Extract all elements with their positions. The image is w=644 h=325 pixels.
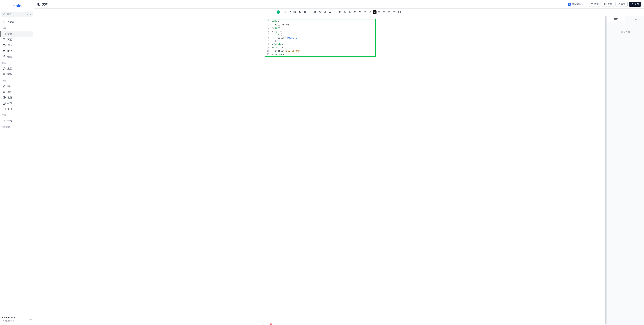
nav-label: 文章 xyxy=(8,32,12,35)
search-box[interactable]: 搜索 ⌘+K xyxy=(1,11,33,17)
svg-point-26 xyxy=(31,319,32,320)
user-icon xyxy=(3,90,6,93)
nav-label: 设置 xyxy=(8,96,12,99)
sidebar-item-posts[interactable]: 文章 xyxy=(1,31,33,37)
post-icon xyxy=(37,2,40,6)
editor-label: 默认编辑器 xyxy=(572,3,582,6)
nav-label: 备份 xyxy=(8,108,12,111)
svg-point-30 xyxy=(618,4,619,4)
code-gutter: 1234567891011 xyxy=(265,19,270,56)
svg-point-70 xyxy=(264,324,264,324)
redo-button[interactable] xyxy=(288,10,292,14)
eye-icon xyxy=(591,3,593,5)
svg-point-68 xyxy=(263,324,263,325)
sidebar-item-comments[interactable]: 评论 xyxy=(1,42,33,48)
link-icon xyxy=(3,55,6,58)
publish-button[interactable]: 发布 xyxy=(629,2,641,7)
sidebar-item-menus[interactable]: 菜单 xyxy=(1,71,33,77)
sidebar-item-backup[interactable]: 备份 xyxy=(1,106,33,112)
user-name: Administrator xyxy=(2,316,16,319)
settings-button[interactable]: 设置 xyxy=(616,2,628,7)
nav-label: 页面 xyxy=(8,38,12,41)
svg-point-17 xyxy=(4,97,5,98)
bullet-list-button[interactable] xyxy=(353,10,358,14)
undo-button[interactable] xyxy=(282,10,287,14)
svg-rect-19 xyxy=(3,108,5,110)
search-icon xyxy=(3,13,6,16)
delete-block-button[interactable] xyxy=(268,322,273,325)
text-color-button[interactable]: A xyxy=(328,10,332,14)
svg-point-21 xyxy=(4,121,5,121)
search-placeholder: 搜索 xyxy=(7,13,26,16)
svg-point-16 xyxy=(4,91,5,92)
sidebar-item-migrate[interactable]: 迁移 xyxy=(1,118,33,124)
svg-point-29 xyxy=(592,4,592,4)
plugin-icon xyxy=(3,85,6,88)
editor-selector[interactable]: H 默认编辑器 xyxy=(566,2,587,6)
nav-section-content: 内容 xyxy=(1,26,33,31)
nav-label: 插件 xyxy=(8,85,12,88)
send-icon xyxy=(631,3,634,5)
sidebar-item-plugins[interactable]: 插件 xyxy=(1,83,33,89)
preview-button[interactable]: 预览 xyxy=(589,2,601,7)
chevron-down-icon xyxy=(584,3,586,5)
align-left-button[interactable] xyxy=(377,10,382,14)
nav-label: 链接 xyxy=(8,55,12,58)
italic-button[interactable]: I xyxy=(308,10,312,14)
main: 文章 H 默认编辑器 预览 保存 设置 xyxy=(34,0,644,325)
btn-label: 预览 xyxy=(594,3,598,6)
search-shortcut: ⌘+K xyxy=(26,13,31,15)
align-justify-button[interactable] xyxy=(392,10,397,14)
tab-outline[interactable]: 大纲 xyxy=(606,16,626,22)
page-icon xyxy=(3,38,6,41)
code-block-button[interactable] xyxy=(373,10,376,14)
svg-point-39 xyxy=(354,11,354,11)
code-block[interactable]: 1234567891011 <div> Halo world</div><sty… xyxy=(265,19,376,57)
sidebar-item-themes[interactable]: 主题 xyxy=(1,66,33,71)
sidebar-item-settings[interactable]: 设置 xyxy=(1,95,33,100)
svg-rect-8 xyxy=(3,44,5,46)
sidebar-item-pages[interactable]: 页面 xyxy=(1,37,33,42)
ordered-list-button[interactable] xyxy=(358,10,362,14)
task-list-button[interactable] xyxy=(363,10,368,14)
code-button[interactable] xyxy=(338,10,342,14)
scrollbar[interactable] xyxy=(605,16,606,324)
quote-button[interactable]: “ xyxy=(333,10,337,14)
code-content[interactable]: <div> Halo world</div><style> div { colo… xyxy=(270,19,375,56)
text-size-button[interactable]: TT xyxy=(298,10,302,14)
sidebar-item-links[interactable]: 链接 xyxy=(1,54,33,60)
bold-button[interactable]: B xyxy=(303,10,307,14)
align-center-button[interactable] xyxy=(382,10,386,14)
save-button[interactable]: 保存 xyxy=(602,2,614,7)
heading-button[interactable]: H# xyxy=(293,10,297,14)
sidebar-item-attachments[interactable]: 附件 xyxy=(1,48,33,54)
drag-handle-icon[interactable] xyxy=(262,323,264,325)
gear-icon xyxy=(618,3,620,5)
backup-icon xyxy=(3,108,6,111)
table-button[interactable] xyxy=(397,10,402,14)
strike-button[interactable] xyxy=(318,10,322,14)
underline-button[interactable]: U xyxy=(313,10,317,14)
align-right-button[interactable] xyxy=(387,10,392,14)
gear-icon xyxy=(3,96,6,99)
add-block-button[interactable] xyxy=(276,10,280,14)
editor-pane[interactable]: 1234567891011 <div> Halo world</div><sty… xyxy=(34,16,606,325)
svg-point-23 xyxy=(3,320,4,321)
section-title: 工具 xyxy=(1,113,33,118)
nav-section-system: 系统 xyxy=(1,78,33,83)
section-title: 应用市场 xyxy=(1,125,33,130)
superscript-button[interactable]: X2 xyxy=(343,10,347,14)
sidebar-item-dashboard[interactable]: 仪表盘 xyxy=(1,19,33,25)
more-icon[interactable] xyxy=(29,318,32,321)
tab-details[interactable]: 详情 xyxy=(626,16,644,22)
logo: Halo xyxy=(1,1,33,11)
nav-label: 主题 xyxy=(8,67,12,70)
highlight-button[interactable] xyxy=(323,10,327,14)
nav-label: 仪表盘 xyxy=(8,20,14,24)
post-icon xyxy=(3,32,6,35)
subscript-button[interactable]: X2 xyxy=(348,10,352,14)
sidebar-item-users[interactable]: 用户 xyxy=(1,89,33,95)
sidebar-item-overview[interactable]: 概览 xyxy=(1,100,33,106)
indent-button[interactable] xyxy=(368,10,372,14)
nav-section-market: 应用市场 xyxy=(1,125,33,130)
